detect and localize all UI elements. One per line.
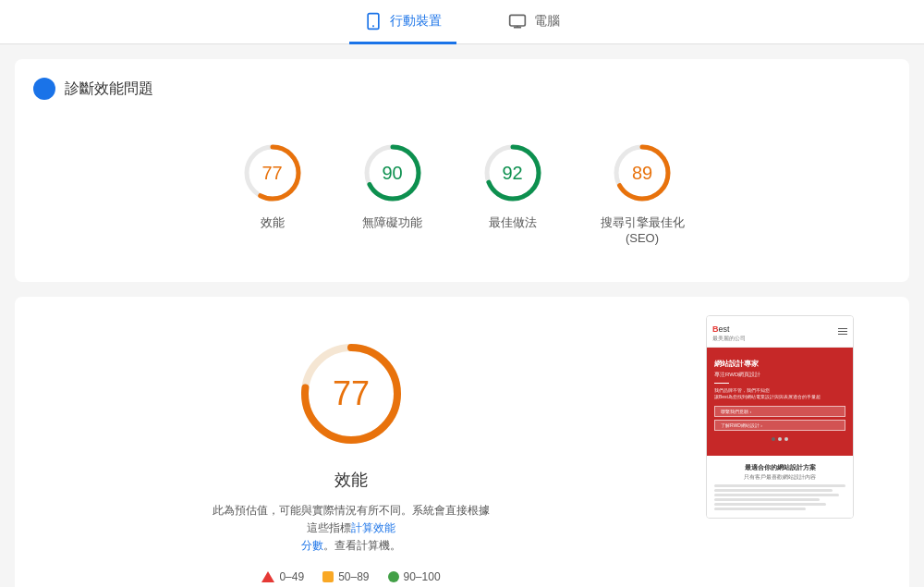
legend-item-orange: 50–89 bbox=[322, 570, 369, 583]
phone-dots bbox=[714, 434, 845, 445]
score-value-performance: 77 bbox=[261, 163, 282, 184]
phone-btn-1: 聯繫我們意願 › bbox=[714, 406, 845, 417]
performance-right: Best 最美麗的公司 網站設計專家 專注RWD網頁設計 bbox=[706, 315, 891, 519]
phone-line-1 bbox=[714, 484, 845, 487]
score-value-bestpractices: 92 bbox=[502, 163, 522, 184]
mobile-icon bbox=[364, 12, 383, 31]
svg-point-2 bbox=[372, 25, 374, 27]
phone-divider bbox=[714, 383, 729, 384]
score-circle-performance: 77 bbox=[240, 141, 305, 205]
tab-mobile[interactable]: 行動裝置 bbox=[349, 1, 456, 44]
legend: 0–49 50–89 90–100 bbox=[261, 570, 440, 583]
diagnose-section: 診斷效能問題 77 效能 bbox=[15, 59, 909, 282]
big-score-circle: 77 bbox=[291, 334, 411, 454]
score-value-accessibility: 90 bbox=[382, 163, 402, 184]
score-label-accessibility: 無障礙功能 bbox=[362, 214, 422, 231]
phone-btn-2: 了解RWD網站設計 › bbox=[714, 420, 845, 431]
phone-section-title: 最適合你的網站設計方案 bbox=[714, 463, 845, 472]
phone-line-4 bbox=[714, 498, 820, 501]
big-score-number: 77 bbox=[333, 374, 370, 413]
score-card-accessibility[interactable]: 90 無障礙功能 bbox=[360, 141, 425, 245]
desktop-icon bbox=[508, 12, 527, 31]
tab-desktop[interactable]: 電腦 bbox=[493, 1, 575, 44]
score-label-performance: 效能 bbox=[261, 214, 285, 231]
top-navigation: 行動裝置 電腦 bbox=[0, 0, 924, 44]
performance-desc-text2: 。查看計算機。 bbox=[323, 539, 401, 552]
phone-dot-3 bbox=[784, 437, 788, 441]
svg-rect-3 bbox=[510, 15, 526, 26]
phone-dot-1 bbox=[772, 437, 775, 441]
tab-desktop-label: 電腦 bbox=[534, 13, 560, 30]
diagnose-header: 診斷效能問題 bbox=[33, 78, 891, 100]
legend-range-green: 90–100 bbox=[404, 570, 441, 583]
legend-item-green: 90–100 bbox=[388, 570, 441, 583]
legend-range-red: 0–49 bbox=[279, 570, 304, 583]
phone-hero: 網站設計專家 專注RWD網頁設計 我們品牌不管，我們不知您 讓Best為您找到網… bbox=[707, 348, 853, 456]
score-circle-bestpractices: 92 bbox=[480, 141, 545, 205]
performance-section: 77 效能 此為預估值，可能與實際情況有所不同。系統會直接根據這些指標計算效能分… bbox=[15, 297, 909, 587]
phone-hero-subtitle: 專注RWD網頁設計 bbox=[714, 371, 845, 379]
legend-square-icon bbox=[322, 571, 334, 582]
score-circle-accessibility: 90 bbox=[360, 141, 425, 205]
phone-hero-text: 我們品牌不管，我們不知您 讓Best為您找到網站電業設計與與表展適合的手量超 bbox=[714, 387, 845, 400]
performance-left: 77 效能 此為預估值，可能與實際情況有所不同。系統會直接根據這些指標計算效能分… bbox=[33, 315, 669, 587]
diagnose-title: 診斷效能問題 bbox=[65, 79, 153, 99]
phone-mockup: Best 最美麗的公司 網站設計專家 專注RWD網頁設計 bbox=[706, 315, 854, 519]
phone-section-sub: 只有客戶最喜歡網站設計內容 bbox=[714, 474, 845, 481]
score-card-performance[interactable]: 77 效能 bbox=[240, 141, 305, 245]
main-content: 診斷效能問題 77 效能 bbox=[0, 44, 924, 587]
score-circle-seo: 89 bbox=[610, 141, 675, 205]
phone-line-5 bbox=[714, 503, 826, 506]
phone-hero-title: 網站設計專家 bbox=[714, 359, 845, 369]
phone-line-3 bbox=[714, 494, 839, 496]
score-card-seo[interactable]: 89 搜尋引擎最佳化(SEO) bbox=[601, 141, 685, 245]
legend-triangle-icon bbox=[261, 571, 274, 582]
score-label-seo: 搜尋引擎最佳化(SEO) bbox=[601, 214, 685, 245]
phone-body: 最適合你的網站設計方案 只有客戶最喜歡網站設計內容 bbox=[707, 456, 853, 518]
phone-line-2 bbox=[714, 489, 833, 492]
phone-text-lines bbox=[714, 484, 845, 510]
phone-logo: Best 最美麗的公司 bbox=[712, 320, 746, 343]
score-value-seo: 89 bbox=[632, 163, 652, 184]
phone-header: Best 最美麗的公司 bbox=[707, 316, 853, 348]
performance-main: 77 效能 此為預估值，可能與實際情況有所不同。系統會直接根據這些指標計算效能分… bbox=[33, 315, 891, 587]
performance-description: 此為預估值，可能與實際情況有所不同。系統會直接根據這些指標計算效能分數。查看計算… bbox=[213, 502, 490, 556]
phone-line-6 bbox=[714, 508, 806, 510]
performance-title: 效能 bbox=[334, 469, 368, 491]
status-dot bbox=[33, 78, 55, 100]
legend-circle-icon bbox=[388, 571, 399, 582]
tab-mobile-label: 行動裝置 bbox=[390, 13, 442, 30]
score-cards: 77 效能 90 無障礙功能 bbox=[33, 122, 891, 263]
legend-range-orange: 50–89 bbox=[338, 570, 369, 583]
legend-item-red: 0–49 bbox=[261, 570, 304, 583]
phone-dot-2 bbox=[778, 437, 782, 441]
phone-menu-icon bbox=[838, 328, 847, 335]
score-card-bestpractices[interactable]: 92 最佳做法 bbox=[480, 141, 545, 245]
score-label-bestpractices: 最佳做法 bbox=[489, 214, 537, 231]
